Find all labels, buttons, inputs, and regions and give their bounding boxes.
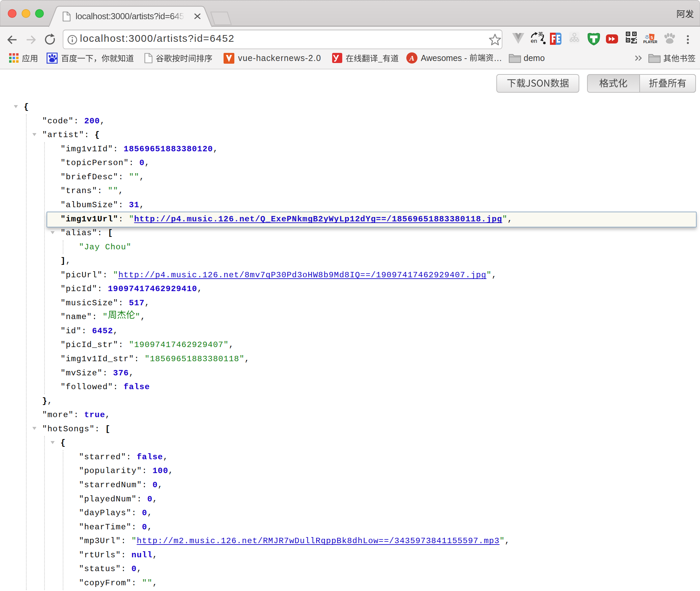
- svg-text:A: A: [409, 54, 414, 62]
